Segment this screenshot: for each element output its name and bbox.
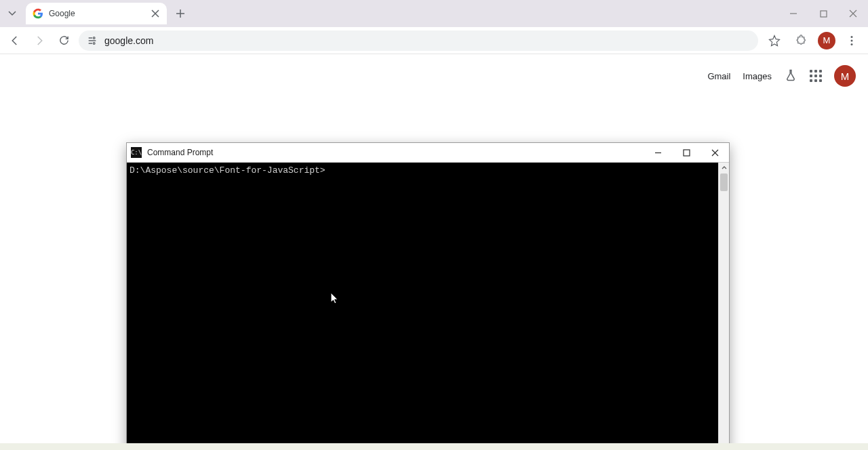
plus-icon <box>176 9 185 18</box>
flask-icon <box>784 68 797 82</box>
address-bar[interactable]: google.com <box>79 30 758 51</box>
maximize-icon <box>820 10 827 18</box>
command-prompt-window[interactable]: C:\ Command Prompt D:\Aspose\source\Font… <box>126 142 730 450</box>
svg-point-2 <box>93 42 95 44</box>
labs-button[interactable] <box>784 68 797 84</box>
tab-title: Google <box>49 9 145 18</box>
browser-close-button[interactable] <box>838 3 868 24</box>
browser-tab-active[interactable]: Google <box>26 3 167 24</box>
page-footer-band <box>0 443 868 450</box>
cmd-minimize-button[interactable] <box>644 143 672 162</box>
svg-rect-0 <box>821 11 827 17</box>
svg-point-4 <box>851 39 853 41</box>
avatar-letter: M <box>823 35 831 45</box>
site-settings-icon[interactable] <box>87 35 98 46</box>
puzzle-icon <box>795 35 808 47</box>
browser-window-controls <box>778 0 868 27</box>
cmd-prompt-line: D:\Aspose\source\Font-for-JavaScript> <box>130 165 326 176</box>
kebab-icon <box>846 35 857 46</box>
scroll-track[interactable] <box>719 173 729 444</box>
profile-avatar[interactable]: M <box>818 32 835 49</box>
browser-menu-button[interactable] <box>841 30 863 52</box>
reload-icon <box>58 35 70 46</box>
svg-point-3 <box>851 36 853 38</box>
extensions-button[interactable] <box>791 30 812 52</box>
scroll-thumb[interactable] <box>720 173 728 191</box>
svg-point-1 <box>93 37 95 39</box>
page-content: Gmail Images M C:\ Command Prompt <box>0 54 868 450</box>
cmd-close-button[interactable] <box>701 143 729 162</box>
cmd-window-title: Command Prompt <box>147 148 213 157</box>
arrow-left-icon <box>9 35 21 47</box>
minimize-icon <box>789 9 797 18</box>
google-apps-button[interactable] <box>810 70 822 82</box>
tabs-dropdown-button[interactable] <box>4 5 20 22</box>
bookmark-button[interactable] <box>764 30 785 52</box>
browser-minimize-button[interactable] <box>778 3 808 24</box>
chevron-up-icon <box>722 165 727 171</box>
cmd-scrollbar[interactable] <box>718 163 729 450</box>
gmail-link[interactable]: Gmail <box>707 71 730 81</box>
cmd-terminal[interactable]: D:\Aspose\source\Font-for-JavaScript> <box>127 163 718 450</box>
images-link[interactable]: Images <box>743 71 772 81</box>
close-icon <box>849 9 857 18</box>
browser-tab-strip: Google <box>0 0 868 27</box>
maximize-icon <box>683 149 690 157</box>
google-favicon-icon <box>33 8 43 19</box>
google-header: Gmail Images M <box>707 65 856 87</box>
cmd-body-wrap: D:\Aspose\source\Font-for-JavaScript> <box>127 162 729 450</box>
svg-rect-6 <box>684 150 690 156</box>
svg-point-5 <box>851 43 853 45</box>
google-account-avatar[interactable]: M <box>834 65 856 87</box>
scroll-up-button[interactable] <box>719 163 729 173</box>
close-icon <box>711 149 719 157</box>
mouse-cursor-icon <box>330 292 338 304</box>
cmd-window-controls <box>644 143 729 162</box>
avatar-letter: M <box>841 70 850 82</box>
minimize-icon <box>654 149 662 157</box>
cmd-title-bar[interactable]: C:\ Command Prompt <box>127 143 729 162</box>
new-tab-button[interactable] <box>171 4 190 23</box>
star-icon <box>768 35 781 47</box>
cmd-app-icon: C:\ <box>131 147 142 158</box>
cmd-maximize-button[interactable] <box>672 143 701 162</box>
reload-button[interactable] <box>54 31 73 50</box>
browser-maximize-button[interactable] <box>808 3 838 24</box>
url-text: google.com <box>104 35 153 46</box>
close-tab-icon[interactable] <box>151 9 160 18</box>
back-button[interactable] <box>5 31 24 50</box>
browser-toolbar: google.com M <box>0 27 868 54</box>
forward-button[interactable] <box>30 31 49 50</box>
chevron-down-icon <box>8 9 16 18</box>
arrow-right-icon <box>33 35 45 47</box>
